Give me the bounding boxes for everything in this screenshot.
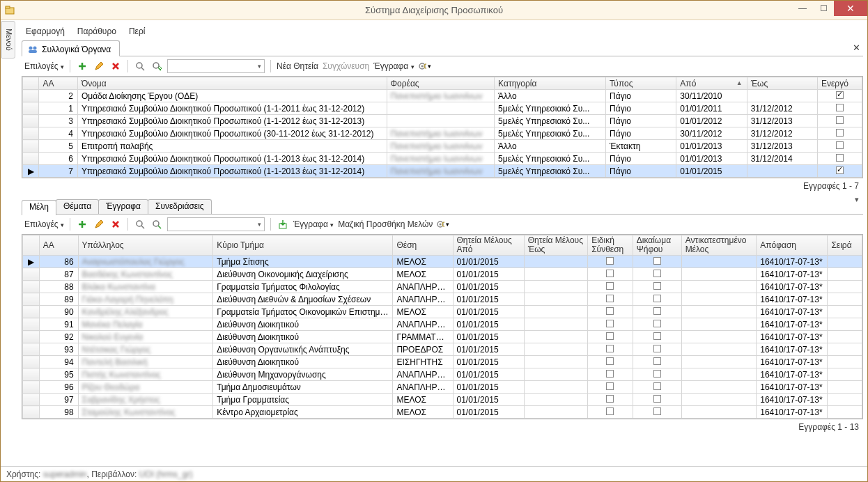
col2-vote[interactable]: Δικαίωμα Ψήφου [633, 235, 681, 256]
filter-dropdown[interactable]: ▾ [167, 59, 265, 73]
vote-checkbox[interactable] [653, 295, 661, 302]
table-row[interactable]: 93Ντέτσικας ΓιώργοςΔιεύθυνση Οργανωτικής… [23, 343, 862, 356]
table-row[interactable]: 3Υπηρεσιακό Συμβούλιο Διοικητικού Προσωπ… [23, 115, 862, 127]
menu-about[interactable]: Περί [129, 26, 146, 36]
vote-checkbox[interactable] [653, 307, 661, 315]
vote-checkbox[interactable] [653, 357, 661, 365]
col2-to[interactable]: Θητεία Μέλους Έως [524, 235, 587, 256]
special-checkbox[interactable] [606, 295, 614, 302]
active-checkbox[interactable] [836, 91, 844, 99]
options-menu-2[interactable]: Επιλογές ▾ [24, 219, 64, 229]
col2-special[interactable]: Ειδική Σύνθεση [588, 235, 633, 256]
table-row[interactable]: 1Υπηρεσιακό Συμβούλιο Διοικητικού Προσωπ… [23, 102, 862, 115]
col2-replaced[interactable]: Αντικατεστημένο Μέλος [681, 235, 757, 256]
vote-checkbox[interactable] [653, 382, 661, 390]
vote-checkbox[interactable] [653, 395, 661, 403]
table-row[interactable]: 88Βλάκα ΚωνσταντίναΓραμματεία Τμήματος Φ… [23, 281, 862, 293]
table-row[interactable]: 96Ρίζου ΘεοδώραΤμήμα ΔημοσιευμάτωνΑΝΑΠΛΗ… [23, 381, 862, 394]
vote-checkbox[interactable] [653, 345, 661, 352]
table-row[interactable]: 98Σταμούλης ΚωνσταντίνοςΚέντρο Αρχαιομετ… [23, 406, 862, 419]
vote-checkbox[interactable] [653, 282, 661, 290]
table-row[interactable]: 87Βασδέκης ΚωνσταντίνοςΔιεύθυνση Οικονομ… [23, 268, 862, 281]
vote-checkbox[interactable] [653, 407, 661, 415]
special-checkbox[interactable] [606, 307, 614, 315]
col-active[interactable]: Ενεργό [817, 77, 862, 90]
menu-app[interactable]: Εφαρμογή [26, 26, 65, 36]
special-checkbox[interactable] [606, 357, 614, 365]
vote-checkbox[interactable] [653, 257, 661, 265]
search-icon[interactable] [134, 60, 146, 72]
table-row[interactable]: 89Γιάκα-Λαγαρή ΠηνελόπηΔιεύθυνση Διεθνών… [23, 293, 862, 306]
table-row[interactable]: ▶86Αναγνωστόπουλος ΓιώργοςΤμήμα ΣίτισηςΜ… [23, 256, 862, 268]
refresh-icon-2[interactable] [150, 218, 163, 231]
docs-menu-2[interactable]: Έγγραφα ▾ [293, 219, 334, 229]
special-checkbox[interactable] [606, 395, 614, 403]
tab-collective-bodies[interactable]: Συλλογικά Όργανα [22, 40, 120, 56]
col2-from[interactable]: Θητεία Μέλους Από [453, 235, 524, 256]
active-checkbox[interactable] [836, 154, 844, 162]
special-checkbox[interactable] [606, 332, 614, 340]
col2-order[interactable]: Σειρά [828, 235, 862, 256]
tab-members[interactable]: Μέλη [22, 200, 56, 215]
table-row[interactable]: 94Παντελή ΒασιλικήΔιεύθυνση ΔιοικητικούΕ… [23, 356, 862, 368]
special-checkbox[interactable] [606, 382, 614, 390]
add-icon[interactable] [76, 60, 88, 72]
col2-decision[interactable]: Απόφαση [757, 235, 828, 256]
col-aa[interactable]: ΑΑ [39, 77, 77, 90]
side-menu-tab[interactable]: Μενού [1, 21, 15, 59]
tab-docs[interactable]: Έγγραφα [98, 199, 148, 214]
members-grid[interactable]: ΑΑ Υπάλληλος Κύριο Τμήμα Θέση Θητεία Μέλ… [22, 234, 863, 419]
delete-icon-2[interactable] [109, 218, 122, 231]
special-checkbox[interactable] [606, 370, 614, 378]
table-row[interactable]: ▶7Υπηρεσιακό Συμβούλιο Διοικητικού Προσω… [23, 165, 862, 178]
table-row[interactable]: 2Ομάδα Διοίκησης Έργου (ΟΔΕ)Πανεπιστήμιο… [23, 90, 862, 102]
new-term-button[interactable]: Νέα Θητεία [277, 61, 318, 71]
options-menu[interactable]: Επιλογές ▾ [24, 61, 64, 71]
special-checkbox[interactable] [606, 345, 614, 352]
vote-checkbox[interactable] [653, 370, 661, 378]
maximize-button[interactable]: ☐ [813, 1, 834, 16]
col2-aa[interactable]: ΑΑ [39, 235, 78, 256]
active-checkbox[interactable] [836, 141, 844, 149]
gear-icon-2[interactable]: ▾ [437, 218, 449, 231]
active-checkbox[interactable] [836, 104, 844, 111]
special-checkbox[interactable] [606, 320, 614, 327]
table-row[interactable]: 92Νικολού ΕυγενίαΔιεύθυνση ΔιοικητικούΓΡ… [23, 331, 862, 343]
table-row[interactable]: 4Υπηρεσιακό Συμβούλιο Διοικητικού Προσωπ… [23, 127, 862, 140]
search-icon-2[interactable] [134, 218, 146, 231]
bulk-add-button[interactable]: Μαζική Προσθήκη Μελών [338, 219, 433, 229]
table-row[interactable]: 5Επιτροπή παλαβήςΠανεπιστήμιο ΙωαννίνωνΆ… [23, 140, 862, 153]
vote-checkbox[interactable] [653, 332, 661, 340]
col-from[interactable]: Από▲ [676, 77, 747, 90]
col-category[interactable]: Κατηγορία [495, 77, 606, 90]
refresh-icon[interactable] [150, 60, 163, 72]
vote-checkbox[interactable] [653, 320, 661, 327]
table-row[interactable]: 91Μανέκα ΠελαγίαΔιεύθυνση ΔιοικητικούΑΝΑ… [23, 318, 862, 331]
minimize-button[interactable]: — [792, 1, 813, 16]
add-icon-2[interactable] [76, 218, 88, 231]
special-checkbox[interactable] [606, 257, 614, 265]
active-checkbox[interactable] [836, 116, 844, 124]
col2-pos[interactable]: Θέση [393, 235, 453, 256]
col-type[interactable]: Τύπος [606, 77, 676, 90]
tab-close-button[interactable]: ✕ [853, 42, 860, 53]
menu-window[interactable]: Παράθυρο [77, 26, 116, 36]
active-checkbox[interactable] [836, 166, 844, 174]
col2-emp[interactable]: Υπάλληλος [78, 235, 213, 256]
close-button[interactable]: ✕ [834, 1, 867, 16]
tab-sessions[interactable]: Συνεδριάσεις [148, 199, 212, 214]
bodies-grid[interactable]: ΑΑ Όνομα Φορέας Κατηγορία Τύπος Από▲ Έως… [22, 76, 863, 178]
import-icon[interactable] [277, 218, 289, 231]
table-row[interactable]: 97Σαβρανίδης ΧρήστοςΤμήμα ΓραμματείαςΜΕΛ… [23, 394, 862, 406]
special-checkbox[interactable] [606, 270, 614, 277]
table-row[interactable]: 6Υπηρεσιακό Συμβούλιο Διοικητικού Προσωπ… [23, 153, 862, 165]
table-row[interactable]: 95Πιστής ΚωνσταντίνοςΔιεύθυνση Μηχανοργά… [23, 368, 862, 381]
special-checkbox[interactable] [606, 407, 614, 415]
vote-checkbox[interactable] [653, 270, 661, 277]
active-checkbox[interactable] [836, 129, 844, 137]
col-to[interactable]: Έως [747, 77, 817, 90]
special-checkbox[interactable] [606, 282, 614, 290]
panel-collapse-button[interactable]: ▾ [853, 194, 860, 205]
col-body[interactable]: Φορέας [387, 77, 495, 90]
filter-dropdown-2[interactable]: ▾ [167, 217, 265, 231]
